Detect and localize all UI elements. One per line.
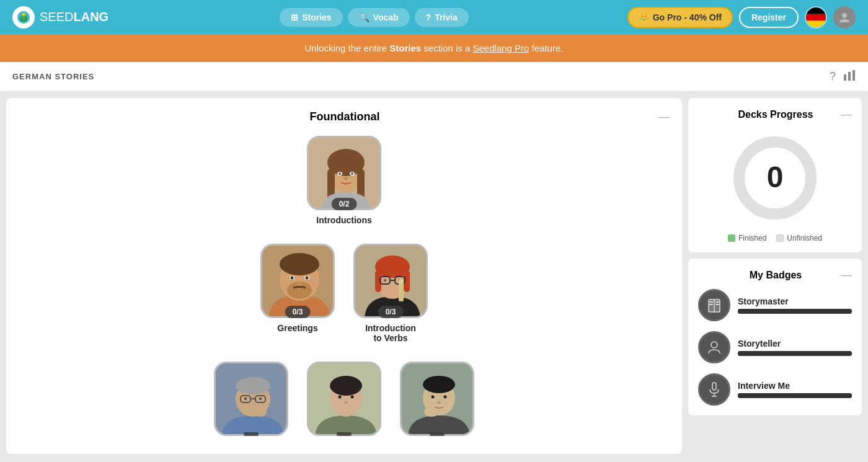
svg-point-69 <box>424 407 439 417</box>
donut-chart: 0 <box>725 128 825 228</box>
seedlang-pro-link[interactable]: Seedlang Pro <box>473 43 529 53</box>
book-icon <box>706 296 723 314</box>
badge-item-storymaster: Storymaster <box>698 289 852 321</box>
svg-point-64 <box>344 401 348 404</box>
interview-icon <box>698 373 730 406</box>
interview-bar-fill <box>738 393 852 398</box>
story-badge-greetings: 0/3 <box>285 306 311 318</box>
storyteller-bar <box>738 351 852 356</box>
svg-point-30 <box>291 277 294 280</box>
banner-highlight: Stories <box>389 43 421 53</box>
crown-icon: 👑 <box>639 12 649 22</box>
language-flag[interactable] <box>805 6 827 29</box>
badge-item-interview: Interview Me <box>698 373 852 406</box>
decks-collapse-button[interactable]: — <box>841 108 852 121</box>
badges-collapse-button[interactable]: — <box>841 269 852 282</box>
stories-nav-button[interactable]: ⊞ Stories <box>280 8 342 27</box>
svg-rect-80 <box>715 304 719 305</box>
register-button[interactable]: Register <box>739 7 799 28</box>
svg-point-63 <box>351 396 354 399</box>
person6-image <box>402 363 474 436</box>
logo-icon <box>12 6 35 29</box>
finished-label: Finished <box>738 234 766 242</box>
section-header: Foundational — <box>19 110 670 123</box>
stats-button[interactable] <box>843 69 856 84</box>
svg-point-31 <box>306 277 309 280</box>
trivia-nav-button[interactable]: ? Trivia <box>415 8 469 27</box>
header: SEEDLANG ⊞ Stories 🔍 Vocab ? Trivia 👑 Go… <box>0 0 868 34</box>
vocab-nav-label: Vocab <box>373 12 399 22</box>
banner-text-before: Unlocking the entire <box>305 43 390 53</box>
go-pro-button[interactable]: 👑 Go Pro - 40% Off <box>627 7 733 28</box>
german-flag-svg <box>806 7 826 27</box>
right-panel: Decks Progress — 0 Finished <box>688 98 862 454</box>
story-card-intro-verbs[interactable]: 0/3 Introduction to Verbs <box>353 244 428 343</box>
storymaster-name: Storymaster <box>738 296 852 306</box>
svg-point-81 <box>711 342 717 348</box>
logo-bold: LANG <box>73 10 108 24</box>
storyteller-bar-fill <box>738 351 852 356</box>
story-card-introductions[interactable]: 0/2 Introductions <box>307 136 381 225</box>
logo[interactable]: SEEDLANG <box>12 6 108 29</box>
badges-card-header: My Badges — <box>698 269 852 282</box>
help-button[interactable]: ? <box>830 69 836 84</box>
finished-dot <box>728 234 735 242</box>
svg-rect-79 <box>715 301 719 303</box>
svg-point-22 <box>344 177 348 180</box>
decks-card-header: Decks Progress — <box>698 108 852 121</box>
storyteller-name: Storyteller <box>738 339 852 349</box>
story-badge-6 <box>430 432 445 436</box>
page-header-icons: ? <box>830 69 856 84</box>
svg-point-32 <box>297 282 302 286</box>
story-card-5[interactable] <box>307 362 381 441</box>
interview-info: Interview Me <box>738 381 852 398</box>
storyteller-icon <box>698 331 730 363</box>
main-area: Foundational — <box>0 92 868 460</box>
interview-name: Interview Me <box>738 381 852 391</box>
svg-rect-10 <box>852 70 855 81</box>
stories-row-1: 0/2 Introductions <box>19 136 670 225</box>
svg-point-72 <box>437 401 441 404</box>
storymaster-bar-fill <box>738 309 852 314</box>
svg-point-61 <box>339 407 353 417</box>
legend-unfinished: Unfinished <box>776 234 822 242</box>
story-label-introductions: Introductions <box>316 215 371 225</box>
svg-point-62 <box>339 396 342 399</box>
story-image-wrapper-verbs: 0/3 <box>353 244 428 318</box>
vocab-icon: 🔍 <box>359 12 370 22</box>
chart-legend: Finished Unfinished <box>698 234 852 242</box>
story-card-4[interactable] <box>214 362 288 441</box>
user-avatar[interactable] <box>833 6 856 29</box>
decks-progress-title: Decks Progress <box>711 109 841 120</box>
story-card-6[interactable] <box>400 362 474 441</box>
section-collapse-button[interactable]: — <box>658 110 670 123</box>
story-label-verbs: Introduction to Verbs <box>365 323 416 343</box>
story-image-wrapper-4 <box>214 362 288 436</box>
unfinished-label: Unfinished <box>787 234 822 242</box>
svg-point-7 <box>842 13 847 18</box>
page-title: GERMAN STORIES <box>12 72 94 81</box>
page-header: GERMAN STORIES ? <box>0 62 868 92</box>
donut-chart-container: 0 <box>698 128 852 228</box>
story-label-greetings: Greetings <box>277 323 317 333</box>
svg-point-3 <box>22 12 25 16</box>
register-label: Register <box>751 12 786 22</box>
storymaster-icon <box>698 289 730 321</box>
stories-icon: ⊞ <box>291 12 298 22</box>
stories-row-2: 0/3 Greetings <box>19 244 670 343</box>
svg-point-54 <box>254 407 267 417</box>
story-badge-verbs: 0/3 <box>378 306 404 318</box>
story-image-wrapper: 0/2 <box>307 136 381 210</box>
svg-point-68 <box>423 376 455 393</box>
microphone-icon <box>706 381 723 398</box>
story-card-greetings[interactable]: 0/3 Greetings <box>260 244 335 343</box>
vocab-nav-button[interactable]: 🔍 Vocab <box>348 8 410 27</box>
svg-point-27 <box>280 253 319 275</box>
story-badge-4 <box>244 432 259 436</box>
seedlang-logo-svg <box>17 11 30 24</box>
person-icon <box>706 339 723 356</box>
trivia-nav-label: Trivia <box>435 12 458 22</box>
go-pro-label: Go Pro - 40% Off <box>653 12 722 22</box>
svg-point-55 <box>244 398 247 400</box>
story-badge-introductions: 0/2 <box>332 198 357 210</box>
